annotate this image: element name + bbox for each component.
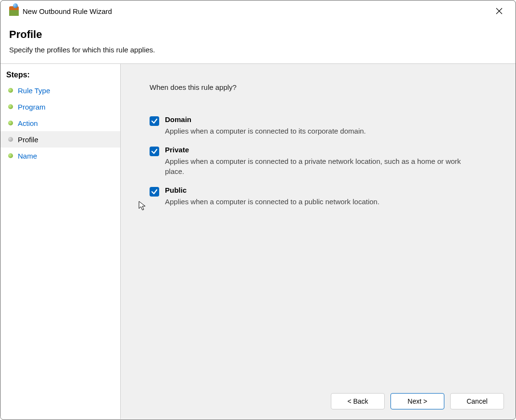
option-description: Applies when a computer is connected to … xyxy=(165,157,473,176)
step-label: Rule Type xyxy=(18,86,50,95)
page-header: Profile Specify the profiles for which t… xyxy=(0,22,516,63)
checkbox-domain[interactable] xyxy=(150,116,159,126)
window-title: New Outbound Rule Wizard xyxy=(23,7,112,15)
back-button[interactable]: < Back xyxy=(331,393,385,409)
step-name[interactable]: Name xyxy=(0,148,120,164)
check-icon xyxy=(151,118,158,124)
cancel-button[interactable]: Cancel xyxy=(450,393,504,409)
close-icon xyxy=(496,8,503,14)
steps-sidebar: Steps: Rule Type Program Action Profile … xyxy=(0,64,121,419)
steps-heading: Steps: xyxy=(0,69,120,82)
checkbox-private[interactable] xyxy=(150,147,159,156)
step-label: Program xyxy=(18,103,46,111)
option-label: Public xyxy=(165,186,487,194)
option-description: Applies when a computer is connected to … xyxy=(165,197,473,207)
step-action[interactable]: Action xyxy=(0,115,120,131)
question-text: When does this rule apply? xyxy=(150,83,487,91)
firewall-icon xyxy=(9,6,19,16)
titlebar: New Outbound Rule Wizard xyxy=(0,0,516,22)
step-bullet-icon xyxy=(8,137,13,142)
check-icon xyxy=(151,148,158,155)
step-label: Name xyxy=(18,152,37,160)
page-title: Profile xyxy=(9,28,507,41)
checkbox-public[interactable] xyxy=(150,187,159,197)
wizard-body: Steps: Rule Type Program Action Profile … xyxy=(0,63,516,419)
step-rule-type[interactable]: Rule Type xyxy=(0,82,120,99)
step-bullet-icon xyxy=(8,88,13,93)
step-label: Action xyxy=(18,119,38,127)
option-body: Domain Applies when a computer is connec… xyxy=(165,115,487,139)
step-bullet-icon xyxy=(8,153,13,158)
step-profile: Profile xyxy=(0,131,120,148)
check-icon xyxy=(151,188,158,195)
option-public: Public Applies when a computer is connec… xyxy=(150,186,487,210)
step-bullet-icon xyxy=(8,104,13,109)
option-description: Applies when a computer is connected to … xyxy=(165,126,473,136)
option-label: Private xyxy=(165,146,487,154)
option-body: Public Applies when a computer is connec… xyxy=(165,186,487,210)
next-button[interactable]: Next > xyxy=(390,393,444,409)
close-button[interactable] xyxy=(489,3,510,19)
option-private: Private Applies when a computer is conne… xyxy=(150,146,487,179)
step-program[interactable]: Program xyxy=(0,99,120,115)
option-label: Domain xyxy=(165,115,487,124)
step-bullet-icon xyxy=(8,121,13,125)
step-label: Profile xyxy=(18,136,38,144)
page-description: Specify the profiles for which this rule… xyxy=(9,46,507,54)
main-panel: When does this rule apply? Domain Applie… xyxy=(121,64,516,419)
wizard-footer: < Back Next > Cancel xyxy=(331,393,504,409)
option-domain: Domain Applies when a computer is connec… xyxy=(150,115,487,139)
mouse-cursor-icon xyxy=(138,201,147,213)
option-body: Private Applies when a computer is conne… xyxy=(165,146,487,179)
